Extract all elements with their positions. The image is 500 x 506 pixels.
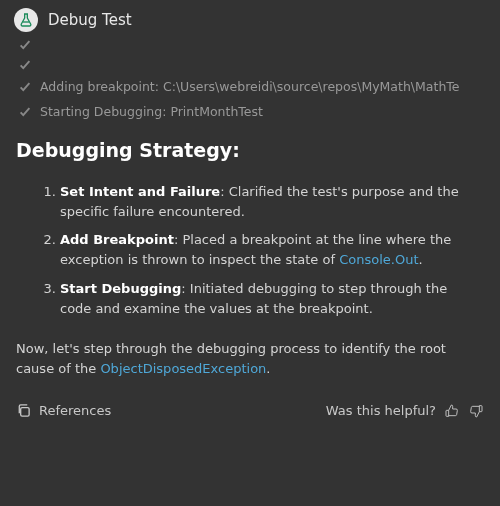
progress-log: Adding breakpoint: C:\Users\webreidi\sou…: [18, 38, 486, 122]
references-label: References: [39, 401, 111, 421]
flask-icon: [14, 8, 38, 32]
check-icon: [18, 58, 32, 72]
strategy-item: Add Breakpoint: Placed a breakpoint at t…: [60, 230, 482, 270]
strategy-item-body-post: .: [418, 252, 422, 267]
strategy-item: Start Debugging: Initiated debugging to …: [60, 279, 482, 319]
thumbs-down-button[interactable]: [468, 403, 484, 419]
helpful-label: Was this helpful?: [326, 401, 436, 421]
svg-rect-0: [21, 408, 29, 416]
strategy-item-title: Start Debugging: [60, 281, 181, 296]
log-row: Adding breakpoint: C:\Users\webreidi\sou…: [18, 78, 486, 97]
check-icon: [18, 80, 32, 94]
references-button[interactable]: References: [16, 401, 111, 421]
console-out-link[interactable]: Console.Out: [339, 252, 418, 267]
log-label: Adding breakpoint: C:\Users\webreidi\sou…: [40, 78, 460, 97]
strategy-item-title: Add Breakpoint: [60, 232, 174, 247]
thumbs-up-button[interactable]: [444, 403, 460, 419]
log-label: Starting Debugging: PrintMonthTest: [40, 103, 263, 122]
header: Debug Test: [14, 8, 486, 32]
check-icon: [18, 105, 32, 119]
strategy-list: Set Intent and Failure: Clarified the te…: [60, 182, 482, 319]
exception-link[interactable]: ObjectDisposedException: [100, 361, 266, 376]
copy-icon: [16, 403, 31, 418]
log-row: Starting Debugging: PrintMonthTest: [18, 103, 486, 122]
header-title: Debug Test: [48, 9, 132, 32]
check-icon: [18, 38, 32, 52]
log-row: [18, 38, 486, 52]
strategy-heading: Debugging Strategy:: [16, 136, 486, 165]
log-row: [18, 58, 486, 72]
closing-post: .: [266, 361, 270, 376]
strategy-item: Set Intent and Failure: Clarified the te…: [60, 182, 482, 222]
strategy-item-title: Set Intent and Failure: [60, 184, 220, 199]
closing-text: Now, let's step through the debugging pr…: [16, 339, 482, 379]
